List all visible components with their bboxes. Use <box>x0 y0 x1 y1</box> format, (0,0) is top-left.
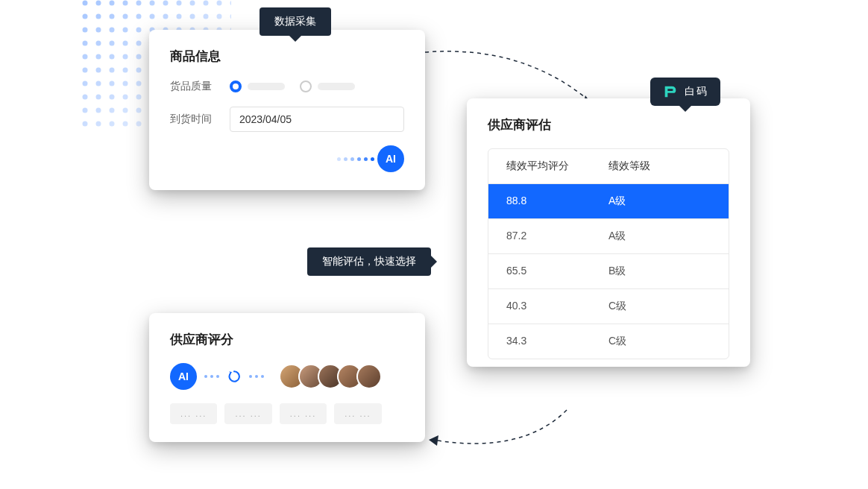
card-title: 商品信息 <box>170 48 404 65</box>
cell-level: A级 <box>608 230 711 243</box>
ai-badge: AI <box>377 145 404 172</box>
card-title: 供应商评分 <box>170 331 404 348</box>
ai-indicator-row: AI <box>170 145 404 172</box>
card-title: 供应商评估 <box>488 116 729 133</box>
supplier-evaluation-card: 白码 供应商评估 绩效平均评分 绩效等级 88.8A级87.2A级65.5B级4… <box>467 98 750 367</box>
baima-logo-icon <box>662 83 679 100</box>
cell-score: 88.8 <box>506 195 608 208</box>
quality-row: 货品质量 <box>170 80 404 93</box>
radio-bar <box>248 83 285 90</box>
cell-score: 40.3 <box>506 300 608 313</box>
evaluation-table: 绩效平均评分 绩效等级 88.8A级87.2A级65.5B级40.3C级34.3… <box>488 148 729 359</box>
badge-label: 智能评估，快速选择 <box>322 255 416 267</box>
radio-option-2[interactable] <box>300 81 355 92</box>
table-row[interactable]: 88.8A级 <box>488 183 729 218</box>
radio-bar <box>318 83 355 90</box>
table-row[interactable]: 40.3C级 <box>488 288 729 324</box>
placeholder-box: ... ... <box>334 403 381 424</box>
placeholder-box: ... ... <box>170 403 217 424</box>
baima-brand-badge: 白码 <box>650 78 720 106</box>
table-header: 绩效平均评分 绩效等级 <box>488 149 729 183</box>
placeholder-row: ... ... ... ... ... ... ... ... <box>170 403 404 424</box>
arrival-label: 到货时间 <box>170 113 230 126</box>
placeholder-box: ... ... <box>280 403 327 424</box>
rating-dots-right <box>249 375 264 378</box>
ai-dots <box>337 157 374 161</box>
cell-score: 34.3 <box>506 335 608 348</box>
cell-level: B级 <box>608 265 711 278</box>
radio-icon <box>230 81 242 92</box>
column-level: 绩效等级 <box>608 160 711 173</box>
ai-badge: AI <box>170 363 197 390</box>
table-row[interactable]: 34.3C级 <box>488 324 729 359</box>
radio-option-1[interactable] <box>230 81 285 92</box>
avatar <box>356 364 382 389</box>
cell-score: 65.5 <box>506 265 608 278</box>
cell-level: C级 <box>608 335 711 348</box>
baima-text: 白码 <box>685 85 708 98</box>
arrow-card2-to-card3 <box>418 403 582 462</box>
product-info-card: 商品信息 货品质量 到货时间 2023/04/05 AI <box>149 30 425 190</box>
rating-dots-left <box>204 375 219 378</box>
cell-level: A级 <box>608 195 711 208</box>
quality-radio-group <box>230 81 355 92</box>
data-collection-badge: 数据采集 <box>260 7 331 36</box>
cell-score: 87.2 <box>506 230 608 243</box>
avatar-group <box>279 364 382 389</box>
cell-level: C级 <box>608 300 711 313</box>
arrival-date-input[interactable]: 2023/04/05 <box>230 107 404 132</box>
table-row[interactable]: 65.5B级 <box>488 253 729 288</box>
smart-evaluation-badge: 智能评估，快速选择 <box>307 247 431 276</box>
badge-label: 数据采集 <box>274 15 316 27</box>
rating-row: AI <box>170 363 404 390</box>
placeholder-box: ... ... <box>224 403 271 424</box>
radio-icon <box>300 81 312 92</box>
supplier-rating-card: 供应商评分 AI ... ... ... ... ... ... ... ... <box>149 313 425 442</box>
table-row[interactable]: 87.2A级 <box>488 218 729 253</box>
refresh-icon <box>227 369 242 384</box>
column-score: 绩效平均评分 <box>506 160 608 173</box>
quality-label: 货品质量 <box>170 80 230 93</box>
arrival-row: 到货时间 2023/04/05 <box>170 107 404 132</box>
